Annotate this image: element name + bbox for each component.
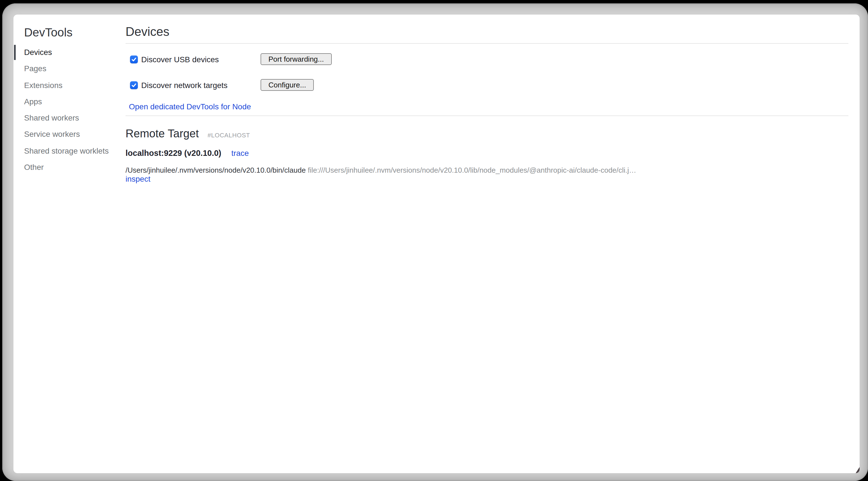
target-binary-path: /Users/jinhuilee/.nvm/versions/node/v20.…	[126, 166, 306, 174]
target-detail-row: /Users/jinhuilee/.nvm/versions/node/v20.…	[126, 166, 848, 174]
trace-link[interactable]: trace	[231, 149, 249, 157]
target-name: localhost:9229 (v20.10.0)	[126, 149, 221, 157]
target-name-row: localhost:9229 (v20.10.0) trace	[126, 149, 848, 157]
section-divider	[126, 116, 848, 116]
discover-network-row: Discover network targets Configure...	[126, 79, 848, 91]
configure-button[interactable]: Configure...	[260, 79, 314, 91]
remote-target-header: Remote Target #LOCALHOST	[126, 127, 848, 141]
target-file-url: file:///Users/jinhuilee/.nvm/versions/no…	[308, 166, 636, 174]
remote-target-title: Remote Target	[126, 127, 199, 140]
port-forwarding-button[interactable]: Port forwarding...	[260, 53, 332, 65]
localhost-tag: #LOCALHOST	[208, 132, 250, 139]
checkmark-icon	[131, 82, 136, 88]
discover-network-label: Discover network targets	[141, 81, 227, 89]
sidebar-item-pages[interactable]: Pages	[24, 61, 131, 78]
inspect-page: DevTools Devices Pages Extensions Apps S…	[13, 14, 859, 473]
page-header: Devices	[126, 26, 848, 44]
sidebar: DevTools Devices Pages Extensions Apps S…	[13, 14, 131, 176]
sidebar-item-shared-storage-worklets[interactable]: Shared storage worklets	[24, 143, 131, 159]
sidebar-item-shared-workers[interactable]: Shared workers	[24, 110, 131, 126]
desktop-background: DevTools Devices Pages Extensions Apps S…	[0, 0, 868, 481]
sidebar-item-apps[interactable]: Apps	[24, 94, 131, 110]
sidebar-item-extensions[interactable]: Extensions	[24, 77, 131, 94]
resize-grip[interactable]	[856, 467, 859, 473]
checkmark-icon	[131, 56, 136, 62]
browser-window: DevTools Devices Pages Extensions Apps S…	[2, 3, 868, 481]
discover-usb-checkbox[interactable]	[130, 55, 137, 63]
discover-usb-label: Discover USB devices	[141, 55, 219, 64]
sidebar-nav: Devices Pages Extensions Apps Shared wor…	[24, 44, 131, 176]
node-devtools-row: Open dedicated DevTools for Node	[126, 102, 848, 111]
devtools-title: DevTools	[24, 26, 131, 39]
sidebar-item-other[interactable]: Other	[24, 159, 131, 176]
inspect-link[interactable]: inspect	[126, 174, 151, 183]
discover-network-checkbox[interactable]	[130, 81, 137, 89]
open-node-devtools-link[interactable]: Open dedicated DevTools for Node	[129, 102, 251, 111]
sidebar-item-devices[interactable]: Devices	[24, 44, 131, 61]
sidebar-item-service-workers[interactable]: Service workers	[24, 126, 131, 143]
inspect-row: inspect	[126, 175, 848, 183]
devices-panel: Devices Discover USB devices Port forwar…	[126, 14, 848, 183]
page-title: Devices	[126, 26, 848, 38]
discover-usb-row: Discover USB devices Port forwarding...	[126, 53, 848, 65]
